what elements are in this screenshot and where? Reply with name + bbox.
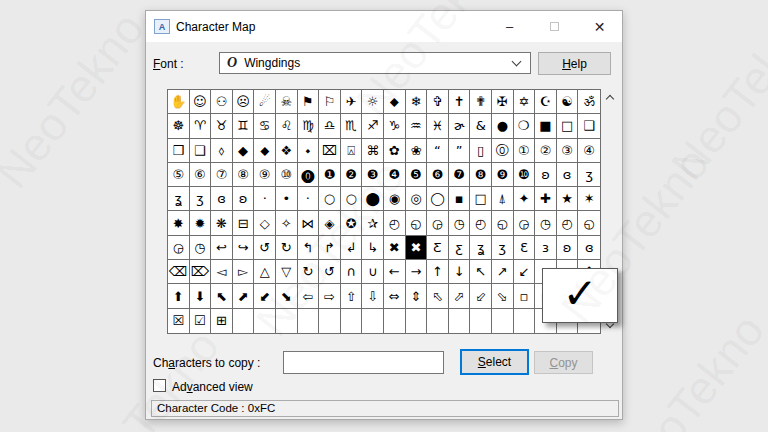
char-cell[interactable]: ▻ (233, 260, 255, 284)
char-cell[interactable]: □ (557, 114, 579, 138)
char-cell[interactable]: ❽ (470, 163, 492, 187)
char-cell[interactable]: ⬂ (492, 284, 514, 308)
char-cell[interactable]: ☄ (254, 90, 276, 114)
char-cell[interactable]: ⇕ (406, 284, 428, 308)
char-cell[interactable]: ⇦ (298, 284, 320, 308)
font-select[interactable]: O Wingdings (219, 52, 531, 74)
char-cell[interactable]: ▪ (449, 187, 471, 211)
char-cell[interactable]: ↲ (341, 236, 363, 260)
char-cell[interactable]: ◴ (557, 211, 579, 235)
char-cell[interactable]: ʚ (557, 236, 579, 260)
char-cell[interactable]: ⬤ (362, 187, 384, 211)
char-cell[interactable]: ɞ (578, 236, 600, 260)
advanced-view-checkbox[interactable] (153, 379, 166, 392)
char-cell[interactable]: △ (254, 260, 276, 284)
char-cell[interactable]: · (298, 187, 320, 211)
char-cell[interactable]: ◶ (168, 236, 190, 260)
char-cell[interactable]: ” (449, 139, 471, 163)
char-cell[interactable]: ʒ (578, 163, 600, 187)
char-cell[interactable]: ⑨ (254, 163, 276, 187)
char-cell[interactable]: ◵ (492, 211, 514, 235)
char-cell[interactable]: ↖ (470, 260, 492, 284)
char-cell[interactable]: · (254, 187, 276, 211)
char-cell[interactable]: ↩ (211, 236, 233, 260)
char-cell[interactable]: ❀ (406, 139, 428, 163)
char-cell[interactable]: ⇨ (319, 284, 341, 308)
char-cell[interactable]: ◷ (449, 211, 471, 235)
char-cell[interactable]: ⑩ (276, 163, 298, 187)
char-cell[interactable]: ✈ (341, 90, 363, 114)
char-cell[interactable]: ʒ (190, 187, 212, 211)
char-cell[interactable]: ☠ (276, 90, 298, 114)
char-cell[interactable]: ◷ (190, 236, 212, 260)
char-cell[interactable]: ⇧ (341, 284, 363, 308)
char-cell[interactable]: ♊ (233, 114, 255, 138)
char-cell[interactable]: ❍ (514, 114, 536, 138)
char-cell[interactable]: ɜ (535, 236, 557, 260)
char-cell[interactable]: ↪ (233, 236, 255, 260)
copy-button[interactable]: Copy (534, 351, 593, 374)
char-cell[interactable]: ✡ (514, 90, 536, 114)
char-cell[interactable]: ◶ (427, 211, 449, 235)
char-cell[interactable]: ✞ (427, 90, 449, 114)
char-cell[interactable]: ✰ (362, 211, 384, 235)
char-cell[interactable]: ∪ (362, 260, 384, 284)
char-cell[interactable] (276, 309, 298, 333)
char-cell[interactable]: ☯ (557, 90, 579, 114)
char-cell[interactable] (298, 309, 320, 333)
char-cell[interactable]: ॐ (578, 90, 600, 114)
char-cell[interactable]: ♓ (427, 114, 449, 138)
char-cell[interactable]: ✝ (449, 90, 471, 114)
char-cell[interactable]: ▽ (276, 260, 298, 284)
char-cell[interactable]: ↗ (492, 260, 514, 284)
char-cell[interactable]: ⬇ (190, 284, 212, 308)
char-cell[interactable]: ⌦ (190, 260, 212, 284)
advanced-view-label[interactable]: Advanced view (172, 380, 253, 394)
char-cell[interactable]: ■ (535, 114, 557, 138)
char-cell[interactable]: ★ (557, 187, 579, 211)
char-cell[interactable]: ʚ (535, 163, 557, 187)
char-cell[interactable]: ↑ (427, 260, 449, 284)
char-cell[interactable]: ƹ (449, 236, 471, 260)
char-cell[interactable]: ◎ (406, 187, 428, 211)
char-cell[interactable]: ♉ (211, 114, 233, 138)
char-cell[interactable] (254, 309, 276, 333)
scroll-up-button[interactable] (601, 89, 618, 106)
char-cell[interactable]: ✪ (341, 211, 363, 235)
char-cell[interactable]: ⑥ (190, 163, 212, 187)
char-cell[interactable]: ♌ (276, 114, 298, 138)
char-cell[interactable]: ◈ (319, 211, 341, 235)
char-cell[interactable]: ☒ (168, 309, 190, 333)
char-cell[interactable]: ⌧ (319, 139, 341, 163)
char-cell[interactable]: ❷ (341, 163, 363, 187)
char-cell[interactable]: ⌘ (362, 139, 384, 163)
char-cell[interactable]: ⬨ (211, 139, 233, 163)
char-cell[interactable]: ⚇ (211, 90, 233, 114)
char-cell[interactable]: ✠ (492, 90, 514, 114)
char-cell[interactable]: ʓ (470, 236, 492, 260)
char-cell[interactable]: ♍ (298, 114, 320, 138)
char-cell[interactable] (319, 309, 341, 333)
char-cell[interactable] (470, 309, 492, 333)
char-cell[interactable]: ⓿ (298, 163, 320, 187)
char-cell[interactable]: ♏ (341, 114, 363, 138)
char-cell[interactable]: ⋈ (298, 211, 320, 235)
char-cell[interactable]: ❿ (514, 163, 536, 187)
char-cell[interactable]: ❸ (362, 163, 384, 187)
char-cell[interactable]: ② (535, 139, 557, 163)
char-cell[interactable]: ◴ (384, 211, 406, 235)
char-cell[interactable]: ↳ (362, 236, 384, 260)
char-cell[interactable] (427, 309, 449, 333)
char-cell[interactable]: ↺ (319, 260, 341, 284)
char-cell[interactable]: ɚ (449, 114, 471, 138)
char-cell[interactable]: ▯ (470, 139, 492, 163)
char-cell[interactable]: ❻ (427, 163, 449, 187)
minimize-button[interactable]: – (487, 11, 532, 42)
char-cell[interactable]: ○ (319, 187, 341, 211)
char-cell[interactable]: ◅ (211, 260, 233, 284)
char-cell[interactable]: ❑ (190, 139, 212, 163)
char-cell[interactable]: ⬃ (470, 284, 492, 308)
char-cell[interactable]: ♑ (384, 114, 406, 138)
char-cell[interactable]: ❾ (492, 163, 514, 187)
char-cell[interactable]: ✦ (514, 187, 536, 211)
